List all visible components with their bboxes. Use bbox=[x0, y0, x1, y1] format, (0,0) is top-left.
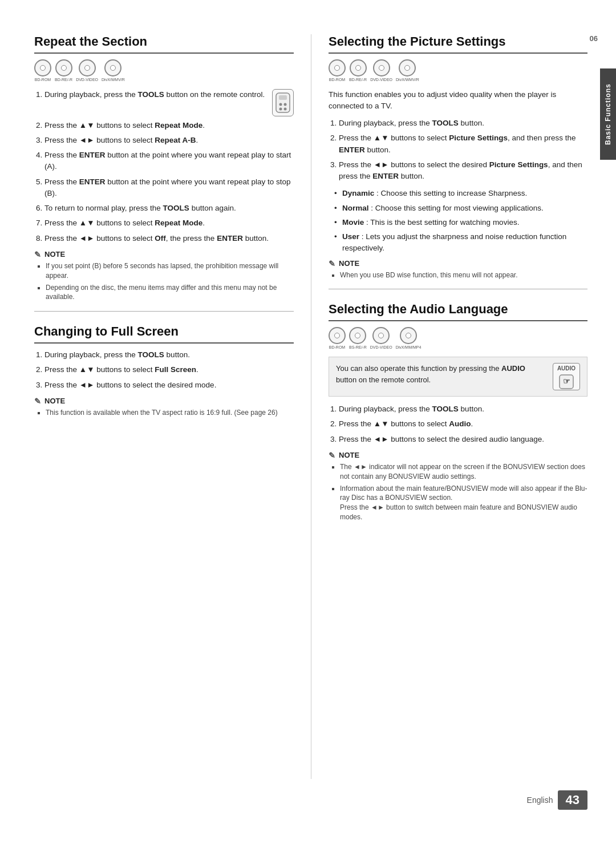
audio-note: ✎ NOTE The ◄► indicator will not appear … bbox=[329, 451, 587, 522]
page-container: Basic Functions 06 Repeat the Section BD… bbox=[0, 0, 616, 844]
disc-circle-r3 bbox=[373, 59, 390, 76]
repeat-note-title: ✎ NOTE bbox=[34, 250, 294, 259]
picture-bullets: Dynamic : Choose this setting to increas… bbox=[329, 188, 587, 254]
disc-circle bbox=[79, 59, 96, 76]
disc-circle-r4 bbox=[399, 59, 416, 76]
right-divider bbox=[329, 289, 587, 289]
svg-point-2 bbox=[279, 103, 282, 106]
repeat-note-label: NOTE bbox=[44, 250, 65, 259]
audio-note-item-2: Information about the main feature/BONUS… bbox=[340, 484, 587, 522]
fullscreen-step-3: Press the ◄► buttons to select the desir… bbox=[44, 379, 294, 391]
disc-icon-bdrom: BD-ROM bbox=[34, 59, 51, 82]
disc-icon-dvdvideo: DVD-VIDEO bbox=[76, 59, 98, 82]
note-icon-3: ✎ bbox=[329, 259, 335, 268]
picture-step-1: During playback, press the TOOLS button. bbox=[339, 118, 587, 129]
disc-icon-dvdvideo-a: DVD-VIDEO bbox=[370, 327, 392, 350]
disc-circle-a4 bbox=[400, 327, 417, 344]
repeat-section: Repeat the Section BD-ROM BD-RE/-R DVD-V… bbox=[34, 34, 294, 302]
repeat-note-item-2: Depending on the disc, the menu items ma… bbox=[46, 283, 294, 302]
fullscreen-step-1: During playback, press the TOOLS button. bbox=[44, 349, 294, 361]
svg-point-3 bbox=[284, 103, 287, 106]
right-column: Selecting the Picture Settings BD-ROM BD… bbox=[311, 34, 587, 779]
repeat-disc-icons: BD-ROM BD-RE/-R DVD-VIDEO DivX/WMV/R bbox=[34, 59, 294, 82]
disc-circle-a3 bbox=[372, 327, 390, 344]
picture-disc-icons: BD-ROM BD-RE/-R DVD-VIDEO DivX/WMV/R bbox=[329, 59, 587, 82]
picture-note-list: When you use BD wise function, this menu… bbox=[329, 270, 587, 280]
picture-bullet-user: User : Lets you adjust the sharpness and… bbox=[334, 231, 587, 255]
fullscreen-note: ✎ NOTE This function is available when t… bbox=[34, 397, 294, 418]
picture-step-3: Press the ◄► buttons to select the desir… bbox=[339, 159, 587, 183]
fullscreen-step-2: Press the ▲▼ buttons to select Full Scre… bbox=[44, 364, 294, 375]
disc-icon-divxmm-a: DivX/MM/MP4 bbox=[396, 327, 422, 350]
fullscreen-title: Changing to Full Screen bbox=[34, 324, 294, 344]
audio-remote-icon: AUDIO ☞ bbox=[553, 363, 580, 390]
disc-icon-divx: DivX/WMV/R bbox=[102, 59, 125, 82]
audio-note-item-1: The ◄► indicator will not appear on the … bbox=[340, 462, 587, 482]
repeat-step-2: Press the ▲▼ buttons to select Repeat Mo… bbox=[44, 120, 294, 131]
disc-circle bbox=[34, 59, 51, 76]
picture-bullet-movie: Movie : This is the best setting for wat… bbox=[334, 217, 587, 228]
audio-language-title: Selecting the Audio Language bbox=[329, 302, 587, 321]
page-number-area: English 43 bbox=[34, 790, 587, 810]
svg-rect-1 bbox=[279, 95, 287, 100]
repeat-note: ✎ NOTE If you set point (B) before 5 sec… bbox=[34, 250, 294, 302]
repeat-note-item-1: If you set point (B) before 5 seconds ha… bbox=[46, 261, 294, 281]
disc-icon-bsrer-a: BS-RE/-R bbox=[349, 327, 367, 350]
note-icon: ✎ bbox=[34, 250, 41, 259]
picture-note-title: ✎ NOTE bbox=[329, 259, 587, 268]
repeat-steps-list: During playback, press the TOOLS button … bbox=[34, 89, 294, 244]
note-icon-2: ✎ bbox=[34, 397, 41, 406]
tools-remote-icon bbox=[272, 89, 294, 116]
chapter-side-tab: Basic Functions bbox=[600, 68, 616, 160]
picture-settings-section: Selecting the Picture Settings BD-ROM BD… bbox=[329, 34, 587, 280]
fullscreen-note-label: NOTE bbox=[44, 397, 65, 405]
disc-icon-bdrer-r: BD-RE/-R bbox=[349, 59, 367, 82]
language-label: English bbox=[527, 795, 553, 805]
left-column: Repeat the Section BD-ROM BD-RE/-R DVD-V… bbox=[34, 34, 311, 779]
disc-icon-dvdvideo-r: DVD-VIDEO bbox=[370, 59, 392, 82]
repeat-step-8: Press the ◄► buttons to select Off, the … bbox=[44, 233, 294, 244]
audio-language-section: Selecting the Audio Language BD-ROM BS-R… bbox=[329, 302, 587, 522]
picture-bullet-dynamic: Dynamic : Choose this setting to increas… bbox=[334, 188, 587, 199]
note-icon-4: ✎ bbox=[329, 451, 335, 460]
audio-step-2: Press the ▲▼ buttons to select Audio. bbox=[339, 418, 587, 430]
audio-note-title: ✎ NOTE bbox=[329, 451, 587, 460]
disc-icon-bdrer: BD-RE/-R bbox=[55, 59, 72, 82]
audio-info-text: You can also operate this function by pr… bbox=[336, 363, 547, 385]
repeat-section-title: Repeat the Section bbox=[34, 34, 294, 54]
disc-circle bbox=[55, 59, 72, 76]
repeat-step-7: Press the ▲▼ buttons to select Repeat Mo… bbox=[44, 217, 294, 229]
repeat-step-3: Press the ◄► buttons to select Repeat A-… bbox=[44, 135, 294, 146]
page-number: 43 bbox=[558, 790, 587, 810]
audio-note-label: NOTE bbox=[339, 451, 359, 459]
audio-steps-list: During playback, press the TOOLS button.… bbox=[329, 403, 587, 445]
picture-step-2: Press the ▲▼ buttons to select Picture S… bbox=[339, 132, 587, 156]
fullscreen-note-list: This function is available when the TV a… bbox=[34, 408, 294, 418]
disc-circle-r1 bbox=[329, 59, 346, 76]
picture-settings-title: Selecting the Picture Settings bbox=[329, 34, 587, 54]
audio-note-list: The ◄► indicator will not appear on the … bbox=[329, 462, 587, 522]
disc-circle-a1 bbox=[329, 327, 346, 344]
picture-steps-list: During playback, press the TOOLS button.… bbox=[329, 118, 587, 182]
picture-note-label: NOTE bbox=[339, 259, 359, 268]
repeat-step-4: Press the ENTER button at the point wher… bbox=[44, 150, 294, 173]
repeat-step-5: Press the ENTER button at the point wher… bbox=[44, 176, 294, 200]
disc-circle-a2 bbox=[349, 327, 366, 344]
main-content: Repeat the Section BD-ROM BD-RE/-R DVD-V… bbox=[34, 34, 587, 779]
left-divider bbox=[34, 311, 294, 312]
picture-note: ✎ NOTE When you use BD wise function, th… bbox=[329, 259, 587, 280]
disc-icon-divx-r: DivX/WMV/R bbox=[396, 59, 419, 82]
repeat-note-list: If you set point (B) before 5 seconds ha… bbox=[34, 261, 294, 302]
audio-disc-icons: BD-ROM BS-RE/-R DVD-VIDEO DivX/MM/MP4 bbox=[329, 327, 587, 350]
svg-text:☞: ☞ bbox=[563, 377, 570, 386]
picture-note-item-1: When you use BD wise function, this menu… bbox=[340, 270, 587, 280]
chapter-label: Basic Functions bbox=[604, 83, 612, 145]
repeat-step-6: To return to normal play, press the TOOL… bbox=[44, 203, 294, 214]
fullscreen-steps-list: During playback, press the TOOLS button.… bbox=[34, 349, 294, 391]
fullscreen-note-item-1: This function is available when the TV a… bbox=[46, 408, 294, 418]
audio-step-1: During playback, press the TOOLS button. bbox=[339, 403, 587, 415]
picture-bullet-normal: Normal : Choose this setting for most vi… bbox=[334, 203, 587, 214]
step1-text: During playback, press the TOOLS button … bbox=[44, 89, 265, 100]
disc-icon-bdrom-a: BD-ROM bbox=[329, 327, 346, 350]
picture-intro: This function enables you to adjust vide… bbox=[329, 89, 587, 112]
